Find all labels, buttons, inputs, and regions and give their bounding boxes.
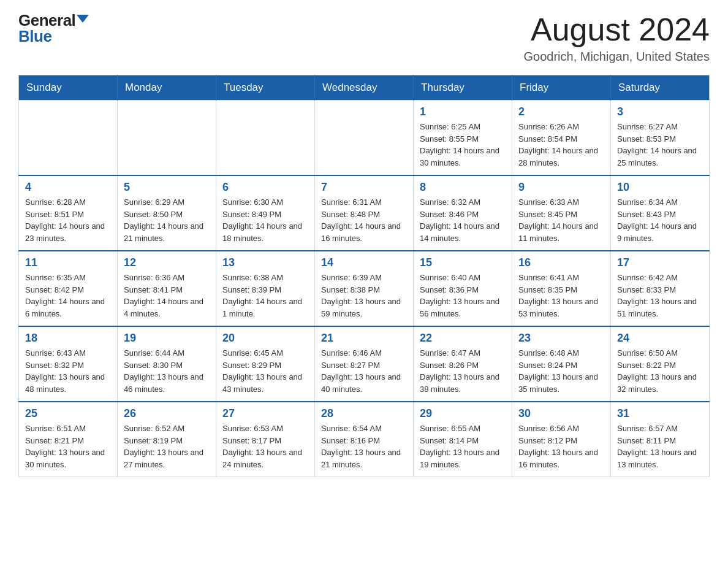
header-day-tuesday: Tuesday (216, 75, 315, 101)
calendar-cell: 9Sunrise: 6:33 AMSunset: 8:45 PMDaylight… (512, 175, 611, 251)
day-number: 22 (420, 332, 506, 345)
day-info: Sunrise: 6:38 AMSunset: 8:39 PMDaylight:… (222, 272, 308, 320)
day-info: Sunrise: 6:47 AMSunset: 8:26 PMDaylight:… (420, 347, 506, 395)
day-number: 5 (124, 181, 210, 194)
day-info: Sunrise: 6:51 AMSunset: 8:21 PMDaylight:… (25, 423, 111, 470)
calendar-cell: 12Sunrise: 6:36 AMSunset: 8:41 PMDayligh… (118, 251, 216, 326)
day-info: Sunrise: 6:56 AMSunset: 8:12 PMDaylight:… (518, 423, 604, 470)
day-info: Sunrise: 6:57 AMSunset: 8:11 PMDaylight:… (617, 423, 703, 470)
calendar-cell: 13Sunrise: 6:38 AMSunset: 8:39 PMDayligh… (216, 251, 315, 326)
day-info: Sunrise: 6:39 AMSunset: 8:38 PMDaylight:… (321, 272, 407, 320)
header-day-friday: Friday (512, 75, 611, 101)
day-number: 19 (124, 332, 210, 345)
calendar-cell: 20Sunrise: 6:45 AMSunset: 8:29 PMDayligh… (216, 326, 315, 402)
header-day-saturday: Saturday (611, 75, 710, 101)
day-number: 10 (617, 181, 703, 194)
day-number: 31 (617, 407, 703, 420)
header-day-wednesday: Wednesday (315, 75, 414, 101)
day-info: Sunrise: 6:26 AMSunset: 8:54 PMDaylight:… (518, 121, 604, 169)
day-info: Sunrise: 6:29 AMSunset: 8:50 PMDaylight:… (124, 196, 210, 244)
day-number: 26 (124, 407, 210, 420)
day-number: 8 (420, 181, 506, 194)
calendar-header: SundayMondayTuesdayWednesdayThursdayFrid… (19, 75, 710, 101)
day-info: Sunrise: 6:54 AMSunset: 8:16 PMDaylight:… (321, 423, 407, 470)
logo-triangle-icon (77, 15, 89, 23)
day-info: Sunrise: 6:32 AMSunset: 8:46 PMDaylight:… (420, 196, 506, 244)
calendar-cell: 31Sunrise: 6:57 AMSunset: 8:11 PMDayligh… (611, 402, 710, 477)
day-number: 15 (420, 256, 506, 269)
calendar-cell: 5Sunrise: 6:29 AMSunset: 8:50 PMDaylight… (118, 175, 216, 251)
logo: General Blue (18, 12, 89, 44)
day-number: 21 (321, 332, 407, 345)
day-info: Sunrise: 6:35 AMSunset: 8:42 PMDaylight:… (25, 272, 111, 320)
day-number: 28 (321, 407, 407, 420)
day-info: Sunrise: 6:33 AMSunset: 8:45 PMDaylight:… (518, 196, 604, 244)
day-number: 11 (25, 256, 111, 269)
day-info: Sunrise: 6:48 AMSunset: 8:24 PMDaylight:… (518, 347, 604, 395)
day-info: Sunrise: 6:25 AMSunset: 8:55 PMDaylight:… (420, 121, 506, 169)
page-header: General Blue August 2024 Goodrich, Michi… (18, 12, 710, 64)
day-number: 4 (25, 181, 111, 194)
day-info: Sunrise: 6:43 AMSunset: 8:32 PMDaylight:… (25, 347, 111, 395)
day-number: 16 (518, 256, 604, 269)
calendar-cell: 28Sunrise: 6:54 AMSunset: 8:16 PMDayligh… (315, 402, 414, 477)
calendar-cell: 23Sunrise: 6:48 AMSunset: 8:24 PMDayligh… (512, 326, 611, 402)
calendar-cell (216, 101, 315, 176)
day-info: Sunrise: 6:28 AMSunset: 8:51 PMDaylight:… (25, 196, 111, 244)
day-info: Sunrise: 6:27 AMSunset: 8:53 PMDaylight:… (617, 121, 703, 169)
day-info: Sunrise: 6:30 AMSunset: 8:49 PMDaylight:… (222, 196, 308, 244)
day-number: 12 (124, 256, 210, 269)
day-info: Sunrise: 6:50 AMSunset: 8:22 PMDaylight:… (617, 347, 703, 395)
day-number: 24 (617, 332, 703, 345)
calendar-cell: 18Sunrise: 6:43 AMSunset: 8:32 PMDayligh… (19, 326, 118, 402)
day-number: 7 (321, 181, 407, 194)
logo-general-text: General (18, 12, 75, 28)
title-block: August 2024 Goodrich, Michigan, United S… (524, 12, 710, 64)
calendar-week-4: 18Sunrise: 6:43 AMSunset: 8:32 PMDayligh… (19, 326, 710, 402)
day-info: Sunrise: 6:41 AMSunset: 8:35 PMDaylight:… (518, 272, 604, 320)
day-number: 27 (222, 407, 308, 420)
header-day-sunday: Sunday (19, 75, 118, 101)
day-number: 20 (222, 332, 308, 345)
calendar-cell: 29Sunrise: 6:55 AMSunset: 8:14 PMDayligh… (414, 402, 512, 477)
calendar-week-2: 4Sunrise: 6:28 AMSunset: 8:51 PMDaylight… (19, 175, 710, 251)
day-info: Sunrise: 6:42 AMSunset: 8:33 PMDaylight:… (617, 272, 703, 320)
calendar-cell: 14Sunrise: 6:39 AMSunset: 8:38 PMDayligh… (315, 251, 414, 326)
day-number: 29 (420, 407, 506, 420)
day-info: Sunrise: 6:46 AMSunset: 8:27 PMDaylight:… (321, 347, 407, 395)
calendar-cell: 6Sunrise: 6:30 AMSunset: 8:49 PMDaylight… (216, 175, 315, 251)
calendar-cell: 30Sunrise: 6:56 AMSunset: 8:12 PMDayligh… (512, 402, 611, 477)
calendar-cell: 4Sunrise: 6:28 AMSunset: 8:51 PMDaylight… (19, 175, 118, 251)
logo-blue-text: Blue (18, 28, 51, 44)
calendar-cell: 3Sunrise: 6:27 AMSunset: 8:53 PMDaylight… (611, 101, 710, 176)
calendar-cell: 10Sunrise: 6:34 AMSunset: 8:43 PMDayligh… (611, 175, 710, 251)
calendar-cell: 15Sunrise: 6:40 AMSunset: 8:36 PMDayligh… (414, 251, 512, 326)
day-number: 1 (420, 105, 506, 118)
day-info: Sunrise: 6:34 AMSunset: 8:43 PMDaylight:… (617, 196, 703, 244)
day-info: Sunrise: 6:31 AMSunset: 8:48 PMDaylight:… (321, 196, 407, 244)
day-number: 14 (321, 256, 407, 269)
day-number: 17 (617, 256, 703, 269)
calendar-cell (315, 101, 414, 176)
day-number: 25 (25, 407, 111, 420)
day-number: 2 (518, 105, 604, 118)
calendar-cell: 11Sunrise: 6:35 AMSunset: 8:42 PMDayligh… (19, 251, 118, 326)
header-row: SundayMondayTuesdayWednesdayThursdayFrid… (19, 75, 710, 101)
calendar-week-3: 11Sunrise: 6:35 AMSunset: 8:42 PMDayligh… (19, 251, 710, 326)
day-number: 6 (222, 181, 308, 194)
day-number: 30 (518, 407, 604, 420)
day-number: 3 (617, 105, 703, 118)
header-day-thursday: Thursday (414, 75, 512, 101)
day-number: 18 (25, 332, 111, 345)
day-info: Sunrise: 6:52 AMSunset: 8:19 PMDaylight:… (124, 423, 210, 470)
day-info: Sunrise: 6:55 AMSunset: 8:14 PMDaylight:… (420, 423, 506, 470)
day-number: 13 (222, 256, 308, 269)
day-info: Sunrise: 6:44 AMSunset: 8:30 PMDaylight:… (124, 347, 210, 395)
calendar-cell: 25Sunrise: 6:51 AMSunset: 8:21 PMDayligh… (19, 402, 118, 477)
calendar-cell: 26Sunrise: 6:52 AMSunset: 8:19 PMDayligh… (118, 402, 216, 477)
day-number: 9 (518, 181, 604, 194)
calendar-week-5: 25Sunrise: 6:51 AMSunset: 8:21 PMDayligh… (19, 402, 710, 477)
calendar-cell: 24Sunrise: 6:50 AMSunset: 8:22 PMDayligh… (611, 326, 710, 402)
calendar-cell: 22Sunrise: 6:47 AMSunset: 8:26 PMDayligh… (414, 326, 512, 402)
day-info: Sunrise: 6:45 AMSunset: 8:29 PMDaylight:… (222, 347, 308, 395)
